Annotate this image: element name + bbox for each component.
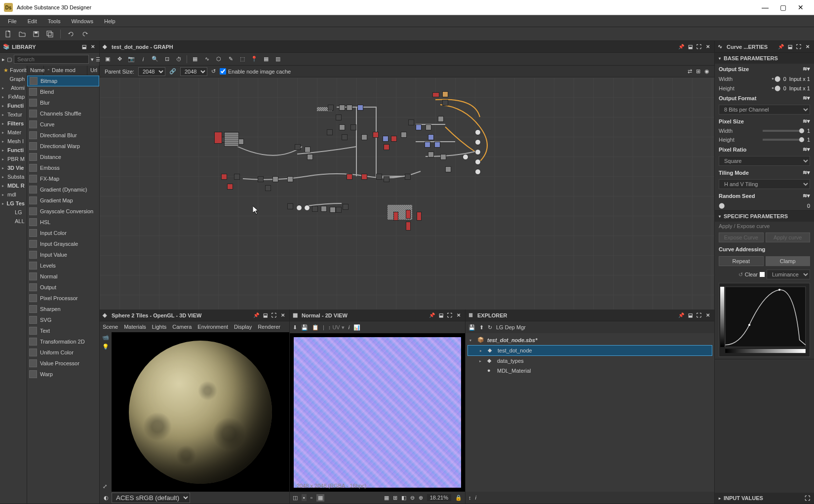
library-item-bitmap[interactable]: Bitmap [27,76,99,86]
frame2-button[interactable]: ⬚ [237,54,247,64]
tiling-mode-select[interactable]: H and V Tiling [719,179,810,189]
save-button[interactable]: 💾 [468,324,475,331]
filter-dropdown-button[interactable]: ▾ [91,55,94,64]
height-radio[interactable]: ∘⬤ [771,85,780,91]
col-name[interactable]: Name [27,66,44,75]
panel-close-button[interactable]: ✕ [704,312,711,319]
close-button[interactable]: ✕ [796,3,805,11]
open-file-button[interactable] [17,29,28,39]
library-category-3D Vie[interactable]: ▸3D Vie [0,163,27,172]
panel-undock-button[interactable]: ⬓ [786,43,793,50]
comment-button[interactable]: ✎ [226,54,235,64]
library-item-distance[interactable]: Distance [27,152,99,162]
explorer-item-data_types[interactable]: ▸◆data_types [467,356,712,366]
undo-button[interactable] [66,29,77,39]
zoom-in-button[interactable]: ⊕ [419,495,423,501]
color-profile-select[interactable]: ACES sRGB (default) [112,493,190,503]
pin-button[interactable]: 📌 [777,43,784,50]
color-icon[interactable]: ◐ [104,495,109,501]
pin2-button[interactable]: 📍 [249,54,259,64]
panel-close-button[interactable]: ✕ [804,43,811,50]
lock-button[interactable]: 🔒 [455,495,462,501]
link-button[interactable]: ∿ [202,54,212,64]
link-size-button[interactable]: 🔗 [169,68,176,75]
zoom-button[interactable]: 🔍 [150,54,160,64]
3d-menu-camera[interactable]: Camera [172,324,192,330]
channel-a-button[interactable]: ▦ [316,494,324,502]
pixel-ratio-select[interactable]: Square [719,156,810,166]
library-category-PBR M[interactable]: ▸PBR M [0,155,27,163]
parent-size-select[interactable]: 2048 [138,67,165,76]
explorer-item-MDL_Material[interactable]: ●MDL_Material [467,366,712,376]
library-item-uniform-color[interactable]: Uniform Color [27,347,99,358]
pixel-height-slider[interactable] [763,139,804,141]
expose-curve-button[interactable]: Expose Curve [719,233,764,242]
library-item-channels-shuffle[interactable]: Channels Shuffle [27,108,99,119]
layout-button[interactable]: ⊞ [696,68,700,75]
base-params-header[interactable]: BASE PARAMETERS [724,55,778,61]
luminance-select[interactable]: Luminance [767,270,810,279]
axis-icon[interactable]: ⤢ [103,483,107,490]
library-category-Functi[interactable]: ▸Functi [0,146,27,155]
library-category-Favorit[interactable]: Favorit [0,66,27,75]
library-category-tree[interactable]: FavoritGraph▸Atomi▸FxMap▸Functi▸Textur▸F… [0,66,27,504]
library-category-LG[interactable]: LG [0,208,27,217]
frame-button[interactable]: ▣ [103,54,113,64]
library-category-LG Tes[interactable]: ▸LG Tes [0,199,27,208]
save-all-button[interactable] [44,29,55,39]
pixel-width-slider[interactable] [763,130,804,132]
library-item-directional-warp[interactable]: Directional Warp [27,141,99,152]
info-button[interactable]: i [349,324,349,330]
library-item-levels[interactable]: Levels [27,260,99,271]
library-item-blur[interactable]: Blur [27,97,99,108]
library-item-list[interactable]: Name ⌃ Date mod Url BitmapBlendBlurChann… [27,66,99,504]
library-category-Graph[interactable]: Graph [0,75,27,83]
library-item-curve[interactable]: Curve [27,119,99,130]
library-item-pixel-processor[interactable]: Pixel Processor [27,293,99,304]
panel-undock-button[interactable]: ⬓ [687,312,694,319]
panel-max-button[interactable]: ⛶ [271,312,277,319]
library-item-input-value[interactable]: Input Value [27,249,99,260]
specific-params-header[interactable]: SPECIFIC PARAMETERS [724,213,788,219]
sort-button[interactable]: ↕ [468,495,471,501]
align-button[interactable]: ▦ [190,54,200,64]
input-values-header[interactable]: INPUT VALUES [724,495,763,501]
menu-button[interactable]: ▾ [807,66,810,72]
copy-button[interactable]: 📋 [312,324,319,331]
library-item-directional-blur[interactable]: Directional Blur [27,130,99,141]
panel-close-button[interactable]: ✕ [704,43,711,50]
channel-g-button[interactable]: ▫ [310,495,312,501]
reset-button[interactable]: ↺ [211,68,216,75]
3d-menu-environment[interactable]: Environment [197,324,228,330]
dep-mgr-label[interactable]: LG Dep Mgr [496,324,526,330]
panel-max-button[interactable]: ⛶ [446,312,453,319]
snapshot-button[interactable]: 📷 [126,54,136,64]
panel-close-button[interactable]: ✕ [279,312,286,319]
menu-windows[interactable]: Windows [66,17,98,26]
library-item-gradient-map[interactable]: Gradient Map [27,195,99,206]
library-category-Mesh I[interactable]: ▸Mesh I [0,137,27,146]
pin-button[interactable]: 📌 [253,312,260,319]
library-category-Filters[interactable]: ▸Filters [0,119,27,128]
explorer-item-test_dot_node[interactable]: ▸◆test_dot_node [467,345,712,356]
filter-button[interactable]: ▸ [2,55,5,64]
explorer-tree[interactable]: ▾📦test_dot_node.sbs*▸◆test_dot_node▸◆dat… [465,333,714,492]
panel-undock-button[interactable]: ⬓ [687,43,694,50]
library-item-input-color[interactable]: Input Color [27,228,99,238]
repeat-button[interactable]: Repeat [719,256,764,266]
library-item-value-processor[interactable]: Value Processor [27,358,99,369]
tiling-button[interactable]: ⊞ [393,495,397,501]
uv-button[interactable]: ↕ UV ▾ [328,324,345,331]
library-category-ALL[interactable]: ALL [0,217,27,226]
library-item-sharpen[interactable]: Sharpen [27,304,99,314]
3d-menu-materials[interactable]: Materials [124,324,146,330]
library-category-Substa[interactable]: ▸Substa [0,172,27,181]
grid-button[interactable]: ▦ [384,495,389,501]
pin-button[interactable]: 📌 [678,312,685,319]
new-file-button[interactable] [3,29,14,39]
seed-radio[interactable]: ⬤ [719,202,725,209]
library-item-blend[interactable]: Blend [27,86,99,97]
light-icon[interactable]: 💡 [102,344,109,350]
grid1-button[interactable]: ▦ [261,54,271,64]
cache-checkbox[interactable]: Enable node image cache [220,68,291,75]
